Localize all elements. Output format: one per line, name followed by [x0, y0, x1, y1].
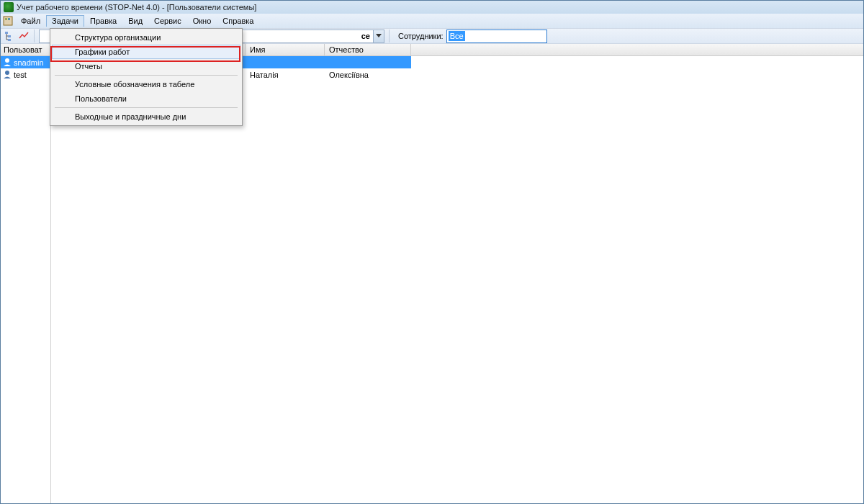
dd-work-schedules[interactable]: Графики работ — [52, 45, 240, 59]
dd-org-structure[interactable]: Структура организации — [52, 30, 240, 45]
menu-view[interactable]: Вид — [122, 15, 148, 27]
toolbar-divider — [34, 30, 35, 42]
tree-icon[interactable] — [4, 30, 15, 42]
cell — [246, 62, 325, 63]
window-title: Учет рабочего времени (STOP-Net 4.0) - [… — [17, 3, 256, 12]
user-icon — [3, 58, 12, 67]
menu-tasks[interactable]: Задачи — [46, 15, 84, 27]
chevron-down-icon[interactable] — [373, 30, 384, 42]
svg-rect-0 — [4, 17, 12, 25]
menu-window[interactable]: Окно — [187, 15, 217, 27]
dd-reports[interactable]: Отчеты — [52, 59, 240, 73]
employees-filter[interactable]: Все — [446, 30, 547, 43]
svg-rect-2 — [8, 18, 10, 20]
svg-point-7 — [5, 58, 9, 63]
user-icon — [3, 70, 12, 79]
app-window: Учет рабочего времени (STOP-Net 4.0) - [… — [0, 0, 864, 504]
dropdown-separator — [55, 75, 238, 76]
menu-service[interactable]: Сервис — [148, 15, 187, 27]
menu-edit[interactable]: Правка — [84, 15, 122, 27]
dd-holidays[interactable]: Выходные и праздничные дни — [52, 109, 240, 124]
svg-rect-5 — [8, 39, 11, 41]
menu-file[interactable]: Файл — [15, 15, 46, 27]
list-item-label: snadmin — [14, 58, 44, 67]
employees-label: Сотрудники: — [398, 32, 444, 40]
svg-marker-6 — [376, 34, 382, 37]
menu-help[interactable]: Справка — [217, 15, 259, 27]
list-item[interactable]: snadmin — [1, 56, 50, 68]
tasks-dropdown: Структура организации Графики работ Отче… — [50, 28, 243, 126]
grid-col-1[interactable]: Имя — [246, 44, 325, 55]
list-item[interactable]: test — [1, 68, 50, 81]
toolbar-divider-2 — [389, 30, 390, 42]
cell: Олексіївна — [325, 70, 411, 80]
users-list-header: Пользоват — [1, 44, 50, 56]
list-item-label: test — [14, 71, 27, 79]
menubar: Файл Задачи Правка Вид Сервис Окно Справ… — [1, 14, 863, 28]
cell: Наталія — [246, 70, 325, 80]
cell — [325, 62, 411, 63]
chart-icon[interactable] — [18, 30, 30, 42]
dd-timesheet-legend[interactable]: Условные обозначения в табеле — [52, 77, 240, 91]
svg-rect-4 — [8, 35, 11, 37]
dropdown-separator — [55, 107, 238, 108]
titlebar: Учет рабочего времени (STOP-Net 4.0) - [… — [1, 1, 863, 14]
svg-rect-3 — [5, 32, 8, 34]
child-window-icon[interactable] — [2, 15, 14, 27]
svg-point-8 — [5, 71, 9, 75]
app-icon — [4, 2, 14, 12]
grid-col-2[interactable]: Отчество — [325, 44, 411, 55]
svg-rect-1 — [5, 18, 7, 20]
employees-filter-value: Все — [449, 31, 465, 41]
users-list-pane: Пользоват snadmin test — [1, 44, 51, 503]
dd-users[interactable]: Пользователи — [52, 91, 240, 106]
